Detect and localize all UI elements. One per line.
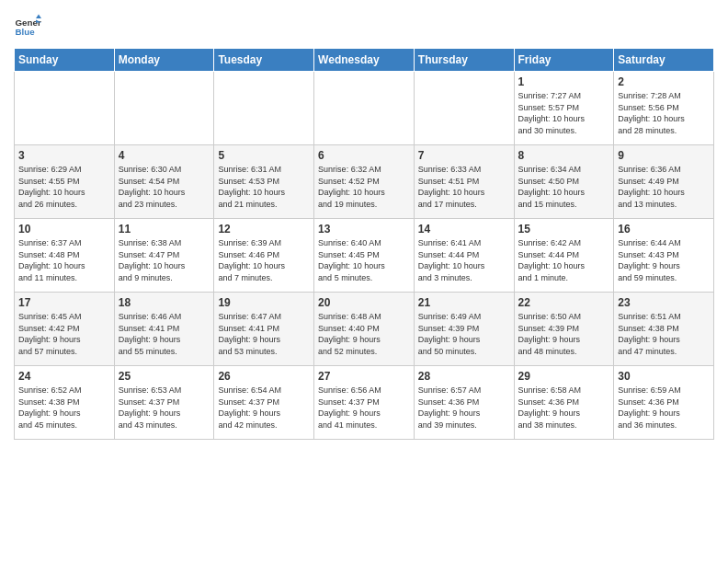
day-number: 18 (119, 296, 210, 309)
day-info: Sunrise: 6:34 AM Sunset: 4:50 PM Dayligh… (518, 165, 586, 209)
day-info: Sunrise: 6:59 AM Sunset: 4:36 PM Dayligh… (618, 385, 681, 430)
day-number: 25 (119, 370, 210, 383)
day-number: 4 (119, 149, 210, 162)
calendar-cell: 5Sunrise: 6:31 AM Sunset: 4:53 PM Daylig… (214, 145, 314, 219)
calendar-cell (214, 72, 314, 145)
svg-marker-2 (36, 15, 41, 19)
day-info: Sunrise: 6:54 AM Sunset: 4:37 PM Dayligh… (218, 385, 281, 430)
day-number: 28 (418, 370, 510, 383)
day-info: Sunrise: 6:57 AM Sunset: 4:36 PM Dayligh… (418, 385, 482, 430)
day-info: Sunrise: 6:36 AM Sunset: 4:49 PM Dayligh… (618, 165, 685, 209)
calendar-week-row: 17Sunrise: 6:45 AM Sunset: 4:42 PM Dayli… (15, 293, 714, 366)
day-number: 12 (218, 223, 310, 236)
calendar-cell (414, 72, 514, 145)
logo-icon: General Blue (14, 13, 41, 40)
calendar-cell: 9Sunrise: 6:36 AM Sunset: 4:49 PM Daylig… (614, 145, 714, 219)
svg-text:Blue: Blue (16, 27, 36, 37)
day-number: 3 (18, 149, 110, 162)
weekday-header: Monday (114, 49, 214, 72)
calendar-cell: 24Sunrise: 6:52 AM Sunset: 4:38 PM Dayli… (15, 366, 115, 440)
day-info: Sunrise: 6:56 AM Sunset: 4:37 PM Dayligh… (318, 385, 381, 430)
day-info: Sunrise: 7:27 AM Sunset: 5:57 PM Dayligh… (518, 91, 586, 135)
logo: General Blue (14, 13, 45, 40)
day-info: Sunrise: 6:38 AM Sunset: 4:47 PM Dayligh… (119, 238, 186, 282)
day-info: Sunrise: 7:28 AM Sunset: 5:56 PM Dayligh… (618, 91, 685, 135)
calendar-cell: 8Sunrise: 6:34 AM Sunset: 4:50 PM Daylig… (514, 145, 614, 219)
day-info: Sunrise: 6:33 AM Sunset: 4:51 PM Dayligh… (418, 165, 485, 209)
day-info: Sunrise: 6:42 AM Sunset: 4:44 PM Dayligh… (518, 238, 586, 282)
calendar-cell: 17Sunrise: 6:45 AM Sunset: 4:42 PM Dayli… (15, 293, 115, 366)
day-number: 5 (218, 149, 310, 162)
calendar-cell: 27Sunrise: 6:56 AM Sunset: 4:37 PM Dayli… (314, 366, 415, 440)
day-number: 22 (518, 296, 610, 309)
day-info: Sunrise: 6:52 AM Sunset: 4:38 PM Dayligh… (18, 385, 82, 430)
day-info: Sunrise: 6:32 AM Sunset: 4:52 PM Dayligh… (318, 165, 385, 209)
weekday-header: Saturday (614, 49, 714, 72)
day-number: 2 (618, 75, 710, 88)
day-number: 10 (18, 223, 110, 236)
day-number: 29 (518, 370, 610, 383)
day-info: Sunrise: 6:41 AM Sunset: 4:44 PM Dayligh… (418, 238, 485, 282)
calendar-cell (114, 72, 214, 145)
day-number: 19 (218, 296, 310, 309)
calendar-cell: 10Sunrise: 6:37 AM Sunset: 4:48 PM Dayli… (15, 219, 115, 293)
day-info: Sunrise: 6:58 AM Sunset: 4:36 PM Dayligh… (518, 385, 582, 430)
day-number: 20 (318, 296, 410, 309)
day-number: 23 (618, 296, 710, 309)
calendar-cell (15, 72, 115, 145)
day-info: Sunrise: 6:51 AM Sunset: 4:38 PM Dayligh… (618, 312, 681, 356)
calendar-cell: 12Sunrise: 6:39 AM Sunset: 4:46 PM Dayli… (214, 219, 314, 293)
calendar-cell: 4Sunrise: 6:30 AM Sunset: 4:54 PM Daylig… (114, 145, 214, 219)
calendar-cell: 25Sunrise: 6:53 AM Sunset: 4:37 PM Dayli… (114, 366, 214, 440)
calendar-cell: 30Sunrise: 6:59 AM Sunset: 4:36 PM Dayli… (614, 366, 714, 440)
day-number: 16 (618, 223, 710, 236)
calendar-week-row: 24Sunrise: 6:52 AM Sunset: 4:38 PM Dayli… (15, 366, 714, 440)
calendar-table: SundayMondayTuesdayWednesdayThursdayFrid… (14, 48, 714, 440)
day-number: 9 (618, 149, 710, 162)
day-info: Sunrise: 6:39 AM Sunset: 4:46 PM Dayligh… (218, 238, 285, 282)
calendar-cell: 19Sunrise: 6:47 AM Sunset: 4:41 PM Dayli… (214, 293, 314, 366)
weekday-header: Friday (514, 49, 614, 72)
calendar-week-row: 3Sunrise: 6:29 AM Sunset: 4:55 PM Daylig… (15, 145, 714, 219)
page-container: General Blue SundayMondayTuesdayWednesda… (0, 0, 728, 449)
day-info: Sunrise: 6:37 AM Sunset: 4:48 PM Dayligh… (18, 238, 85, 282)
day-info: Sunrise: 6:53 AM Sunset: 4:37 PM Dayligh… (119, 385, 182, 430)
calendar-week-row: 1Sunrise: 7:27 AM Sunset: 5:57 PM Daylig… (15, 72, 714, 145)
calendar-cell: 18Sunrise: 6:46 AM Sunset: 4:41 PM Dayli… (114, 293, 214, 366)
calendar-cell (314, 72, 415, 145)
calendar-cell: 28Sunrise: 6:57 AM Sunset: 4:36 PM Dayli… (414, 366, 514, 440)
header: General Blue (14, 9, 714, 40)
weekday-header: Tuesday (214, 49, 314, 72)
day-number: 11 (119, 223, 210, 236)
day-info: Sunrise: 6:31 AM Sunset: 4:53 PM Dayligh… (218, 165, 285, 209)
calendar-week-row: 10Sunrise: 6:37 AM Sunset: 4:48 PM Dayli… (15, 219, 714, 293)
day-number: 21 (418, 296, 510, 309)
calendar-cell: 23Sunrise: 6:51 AM Sunset: 4:38 PM Dayli… (614, 293, 714, 366)
day-number: 14 (418, 223, 510, 236)
day-number: 7 (418, 149, 510, 162)
day-info: Sunrise: 6:40 AM Sunset: 4:45 PM Dayligh… (318, 238, 385, 282)
day-info: Sunrise: 6:47 AM Sunset: 4:41 PM Dayligh… (218, 312, 281, 356)
calendar-cell: 20Sunrise: 6:48 AM Sunset: 4:40 PM Dayli… (314, 293, 415, 366)
day-number: 8 (518, 149, 610, 162)
day-number: 1 (518, 75, 610, 88)
calendar-cell: 3Sunrise: 6:29 AM Sunset: 4:55 PM Daylig… (15, 145, 115, 219)
day-number: 26 (218, 370, 310, 383)
day-info: Sunrise: 6:48 AM Sunset: 4:40 PM Dayligh… (318, 312, 381, 356)
day-number: 6 (318, 149, 410, 162)
day-number: 24 (18, 370, 110, 383)
calendar-header: SundayMondayTuesdayWednesdayThursdayFrid… (15, 49, 714, 72)
day-info: Sunrise: 6:49 AM Sunset: 4:39 PM Dayligh… (418, 312, 482, 356)
calendar-cell: 11Sunrise: 6:38 AM Sunset: 4:47 PM Dayli… (114, 219, 214, 293)
day-number: 17 (18, 296, 110, 309)
calendar-cell: 7Sunrise: 6:33 AM Sunset: 4:51 PM Daylig… (414, 145, 514, 219)
day-info: Sunrise: 6:46 AM Sunset: 4:41 PM Dayligh… (119, 312, 182, 356)
weekday-header: Wednesday (314, 49, 415, 72)
calendar-cell: 15Sunrise: 6:42 AM Sunset: 4:44 PM Dayli… (514, 219, 614, 293)
day-info: Sunrise: 6:44 AM Sunset: 4:43 PM Dayligh… (618, 238, 681, 282)
weekday-header: Thursday (414, 49, 514, 72)
day-number: 27 (318, 370, 410, 383)
calendar-body: 1Sunrise: 7:27 AM Sunset: 5:57 PM Daylig… (15, 72, 714, 440)
calendar-cell: 14Sunrise: 6:41 AM Sunset: 4:44 PM Dayli… (414, 219, 514, 293)
calendar-cell: 21Sunrise: 6:49 AM Sunset: 4:39 PM Dayli… (414, 293, 514, 366)
